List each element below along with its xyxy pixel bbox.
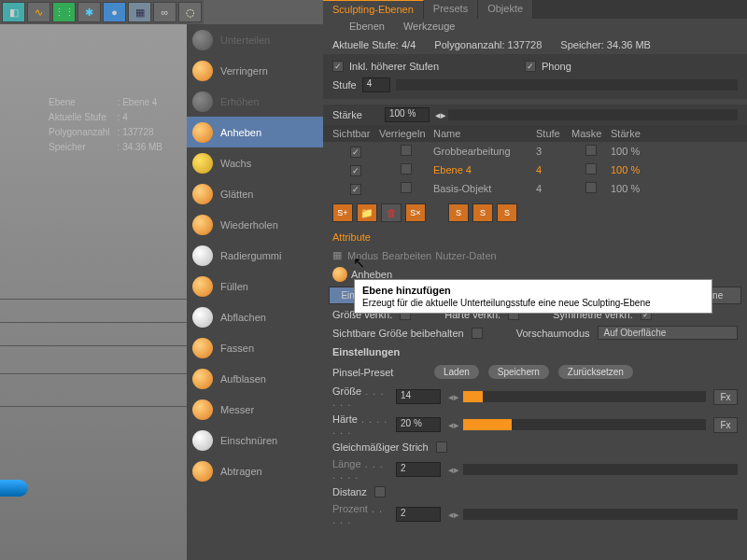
tool-abflachen[interactable]: Abflachen [187,301,323,332]
add-folder-button[interactable]: 📁 [357,203,377,222]
layer-vis-check[interactable]: ✓ [350,184,361,195]
layer-row[interactable]: ✓Basis-Objekt4100 % [323,179,747,198]
layer-mask-check[interactable] [585,163,597,175]
tool-radiergummi[interactable]: Radiergummi [187,240,323,271]
goggle-icon[interactable]: ∞ [153,2,176,22]
reset-button[interactable]: Zurücksetzen [557,364,634,380]
tool-icon [192,276,213,297]
tool-label: Einschnüren [220,435,277,446]
phong-checkbox[interactable]: ✓ [525,61,536,72]
tool-erhöhen[interactable]: Erhöhen [187,86,323,117]
inkl-checkbox[interactable]: ✓ [332,61,344,72]
layer-name: Basis-Objekt [433,183,536,194]
spiral-icon[interactable]: ∿ [27,2,50,22]
emitter-icon[interactable]: ✱ [78,2,101,22]
layer-row[interactable]: ✓Ebene 44100 % [323,161,747,179]
cube-icon[interactable]: ◧ [2,2,25,22]
tool-icon [192,430,213,451]
tooltip: Ebene hinzufügen Erzeugt für die aktuell… [354,279,712,314]
save-button[interactable]: Speichern [487,364,550,380]
viewport[interactable]: Ebene: Ebene 4Aktuelle Stufe: 4Polygonan… [0,24,187,560]
percent-input[interactable]: 2 [396,507,441,522]
tool-abtragen[interactable]: Abtragen [187,455,323,486]
visible-size-check[interactable] [472,328,483,339]
stufe-input[interactable]: 4 [362,77,390,92]
percent-slider[interactable] [463,509,738,520]
tool-icon [192,399,213,420]
size-slider[interactable] [463,391,706,402]
tool-anheben[interactable]: Anheben [187,117,323,147]
layer-mask-check[interactable] [585,182,597,193]
layer-vis-check[interactable]: ✓ [350,147,361,158]
phong-label: Phong [542,61,571,72]
layer-strength: 100 % [611,164,657,175]
layer-row[interactable]: ✓Grobbearbeitung3100 % [323,142,747,161]
edit-label[interactable]: Bearbeiten [382,250,431,261]
layer-name: Grobbearbeitung [433,146,536,157]
layer-level: 4 [536,164,571,175]
hard-fx-button[interactable]: Fx [713,417,738,433]
tool-label: Messer [220,404,254,415]
grid-icon[interactable]: ▦ [128,2,151,22]
layers-header: Sichtbar Verriegeln Name Stufe Maske Stä… [323,125,747,142]
mode-label[interactable]: Modus [347,250,378,261]
add-layer-button[interactable]: S+ [332,203,353,222]
layer-lock-check[interactable] [401,145,412,156]
tool-aufblasen[interactable]: Aufblasen [187,363,323,394]
stufe-slider[interactable] [396,79,738,91]
hard-input[interactable]: 20 % [396,417,441,432]
info-row: Aktuelle Stufe: 4/4 Polygonanzahl: 13772… [323,35,747,54]
tab-presets[interactable]: Presets [424,0,478,19]
layer-lock-check[interactable] [401,163,412,175]
length-input[interactable]: 2 [396,462,441,477]
tool-icon [192,61,213,81]
even-stroke-check[interactable] [436,441,447,453]
hard-slider[interactable] [463,419,706,430]
tool-icon [192,122,213,143]
tool-icon [192,307,213,328]
delete-layer-button[interactable]: 🗑 [381,203,402,222]
size-input[interactable]: 14 [396,389,441,404]
layer-level: 4 [536,183,571,194]
layer-btn-4[interactable]: S× [405,203,426,222]
tool-messer[interactable]: Messer [187,394,323,425]
layer-lock-check[interactable] [401,182,412,193]
layer-btn-5[interactable]: S [448,203,469,222]
tool-glätten[interactable]: Glätten [187,178,323,209]
size-fx-button[interactable]: Fx [713,389,738,405]
preview-mode-select[interactable]: Auf Oberfläche [598,326,738,340]
tool-füllen[interactable]: Füllen [187,271,323,301]
load-button[interactable]: Laden [433,364,480,380]
tab-objekte[interactable]: Objekte [478,0,533,19]
tool-fassen[interactable]: Fassen [187,332,323,363]
mesh-object[interactable] [0,480,28,497]
tool-wiederholen[interactable]: Wiederholen [187,209,323,240]
tool-label: Füllen [220,281,248,292]
bulb-icon[interactable]: ◌ [178,2,202,22]
array-icon[interactable]: ⋮⋮ [52,2,76,22]
layer-btn-6[interactable]: S [472,203,493,222]
layer-mask-check[interactable] [585,145,597,156]
main-tabs: Sculpting-Ebenen Presets Objekte [323,0,747,19]
userdata-label[interactable]: Nutzer-Daten [435,250,496,261]
staerke-slider[interactable] [448,109,738,120]
layer-strength: 100 % [611,146,657,157]
subtab-ebenen[interactable]: Ebenen [340,19,394,35]
tooltip-title: Ebene hinzufügen [362,285,704,296]
tab-sculpting-ebenen[interactable]: Sculpting-Ebenen [323,0,424,19]
inkl-label: Inkl. höherer Stufen [349,61,439,72]
length-slider[interactable] [463,464,738,475]
layer-buttons: S+ 📁 🗑 S× S S S [323,198,747,228]
layer-btn-7[interactable]: S [497,203,517,222]
sphere-icon[interactable]: ● [103,2,126,22]
staerke-input[interactable]: 100 % [385,107,430,122]
distance-check[interactable] [374,486,386,497]
layer-level: 3 [536,146,571,157]
tool-unterteilen[interactable]: Unterteilen [187,24,323,55]
tool-wachs[interactable]: Wachs [187,147,323,178]
tool-label: Unterteilen [220,35,270,46]
layer-vis-check[interactable]: ✓ [350,165,361,176]
tool-verringern[interactable]: Verringern [187,55,323,86]
subtab-werkzeuge[interactable]: Werkzeuge [394,19,464,35]
tool-einschnüren[interactable]: Einschnüren [187,425,323,455]
